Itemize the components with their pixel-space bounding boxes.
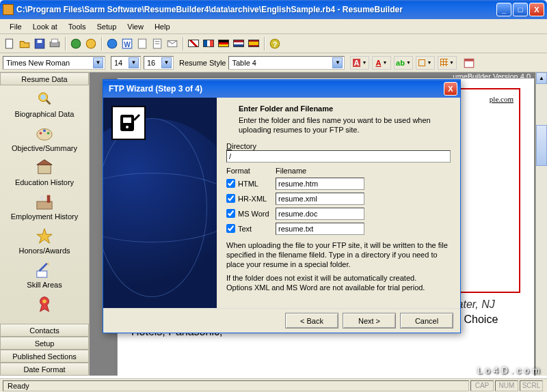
grid-button[interactable]: ▼: [438, 56, 457, 70]
filename-msword-input[interactable]: [276, 208, 364, 220]
font-size2-combo[interactable]: 16 ▼: [144, 56, 174, 70]
building-icon: [34, 158, 55, 177]
format-text-checkbox[interactable]: [226, 224, 235, 233]
maximize-button[interactable]: □: [513, 3, 528, 16]
format-header: Format: [226, 167, 276, 175]
size1-value: 14: [114, 59, 122, 67]
menu-tools[interactable]: Tools: [63, 21, 92, 32]
filename-header: Filename: [276, 167, 451, 175]
svg-rect-29: [47, 195, 51, 203]
sidebar-item-honors[interactable]: Honors/Awards: [0, 225, 89, 259]
sidebar-header-resume-data[interactable]: Resume Data: [0, 72, 89, 85]
open-icon[interactable]: [18, 37, 31, 51]
text-icon[interactable]: [150, 37, 164, 51]
menu-file[interactable]: File: [4, 21, 27, 32]
sidebar-item-skill[interactable]: Skill Areas: [0, 259, 89, 293]
format-hrxml-checkbox[interactable]: [226, 194, 235, 203]
web-icon[interactable]: [84, 37, 98, 51]
dialog-titlebar: FTP Wizard (Step 3 of 4) X: [103, 80, 460, 98]
ribbon-icon: [34, 294, 55, 313]
minimize-button[interactable]: _: [496, 3, 511, 16]
globe-icon[interactable]: [69, 37, 83, 51]
back-button[interactable]: < Back: [285, 313, 338, 328]
sidebar-footer-setup[interactable]: Setup: [0, 337, 89, 350]
sidebar-footer-contacts[interactable]: Contacts: [0, 324, 89, 337]
sidebar-item-employment[interactable]: Employment History: [0, 191, 89, 225]
dialog-note-1: When uploading the file to your FTP site…: [226, 240, 451, 270]
dialog-close-button[interactable]: X: [444, 82, 457, 96]
svg-rect-38: [123, 117, 131, 123]
resume-style-combo[interactable]: Table 4 ▼: [228, 56, 345, 70]
filename-text-input[interactable]: [276, 223, 364, 235]
flag-uk-icon[interactable]: [187, 37, 200, 51]
window-titlebar: C:\Program Files\Sarm Software\ResumeBui…: [0, 0, 547, 19]
font-color-button[interactable]: A▼: [372, 56, 391, 70]
format-html-label: HTML: [238, 180, 258, 188]
font-family-value: Times New Roman: [6, 59, 70, 67]
menu-help[interactable]: Help: [149, 21, 176, 32]
size2-value: 16: [147, 59, 155, 67]
menubar: File Look at Tools Setup View Help: [0, 19, 547, 34]
sidebar-item-label: Objective/Summary: [0, 144, 89, 152]
doc-link[interactable]: ple.com: [490, 95, 513, 103]
vertical-scrollbar[interactable]: ▲ ▼: [535, 72, 547, 376]
status-ready: Ready: [3, 380, 469, 391]
help-icon[interactable]: ?: [268, 37, 282, 51]
watermark: L o 4 D . c o m: [477, 365, 540, 376]
status-scrl: SCRL: [520, 380, 543, 391]
filename-html-input[interactable]: [276, 178, 364, 190]
svg-point-25: [47, 132, 50, 135]
app-icon: [3, 4, 14, 15]
sidebar-footer-published[interactable]: Published Sections: [0, 350, 89, 363]
menu-setup[interactable]: Setup: [92, 21, 122, 32]
scroll-thumb[interactable]: [536, 125, 547, 166]
sidebar-footer-dateformat[interactable]: Date Format: [0, 363, 89, 376]
star-icon: [34, 226, 55, 245]
word-icon[interactable]: W: [120, 37, 134, 51]
person-search-icon: [34, 89, 55, 109]
border-color-button[interactable]: ▼: [416, 56, 435, 70]
menu-view[interactable]: View: [122, 21, 149, 32]
factory-icon: [34, 192, 55, 211]
format-html-checkbox[interactable]: [226, 179, 235, 188]
highlight-button[interactable]: ab▼: [394, 56, 413, 70]
svg-point-24: [43, 129, 46, 132]
format-text-label: Text: [238, 225, 252, 233]
flag-de-icon[interactable]: [217, 37, 230, 51]
palette-icon: [34, 124, 55, 143]
save-icon[interactable]: [33, 37, 46, 51]
next-button[interactable]: Next >: [343, 313, 396, 328]
status-bar: Ready CAP NUM SCRL: [0, 378, 547, 392]
new-icon[interactable]: [3, 37, 16, 51]
directory-input[interactable]: [226, 150, 451, 163]
directory-label: Directory: [226, 142, 276, 150]
flag-fr-icon[interactable]: [202, 37, 215, 51]
sidebar-item-label: Skill Areas: [0, 281, 89, 289]
sidebar-item-education[interactable]: Education History: [0, 156, 89, 191]
sidebar-item-objective[interactable]: Objective/Summary: [0, 122, 89, 156]
svg-point-7: [107, 39, 117, 48]
ftp-wizard-dialog: FTP Wizard (Step 3 of 4) X Enter Folder …: [103, 79, 461, 333]
browser-icon[interactable]: [105, 37, 119, 51]
sidebar-item-biographical[interactable]: Biographical Data: [0, 88, 89, 122]
page-icon[interactable]: [135, 37, 149, 51]
format-msword-checkbox[interactable]: [226, 209, 235, 218]
flag-nl-icon[interactable]: [232, 37, 245, 51]
menu-lookat[interactable]: Look at: [27, 21, 63, 32]
font-family-combo[interactable]: Times New Roman ▼: [3, 56, 105, 70]
svg-text:W: W: [124, 40, 131, 48]
sidebar-item-label: Biographical Data: [0, 110, 89, 118]
mail-icon[interactable]: [165, 37, 179, 51]
svg-marker-31: [37, 229, 52, 243]
svg-rect-26: [38, 165, 51, 173]
flag-es-icon[interactable]: [247, 37, 261, 51]
cancel-button[interactable]: Cancel: [400, 313, 453, 328]
sidebar-item-ribbon[interactable]: [0, 293, 89, 319]
print-icon[interactable]: [48, 37, 62, 51]
fill-color-button[interactable]: A▼: [350, 56, 369, 70]
font-size1-combo[interactable]: 14 ▼: [111, 56, 141, 70]
scroll-up-icon[interactable]: ▲: [536, 72, 547, 84]
filename-hrxml-input[interactable]: [276, 193, 364, 205]
close-button[interactable]: X: [529, 3, 544, 16]
calendar-icon[interactable]: [462, 56, 476, 70]
